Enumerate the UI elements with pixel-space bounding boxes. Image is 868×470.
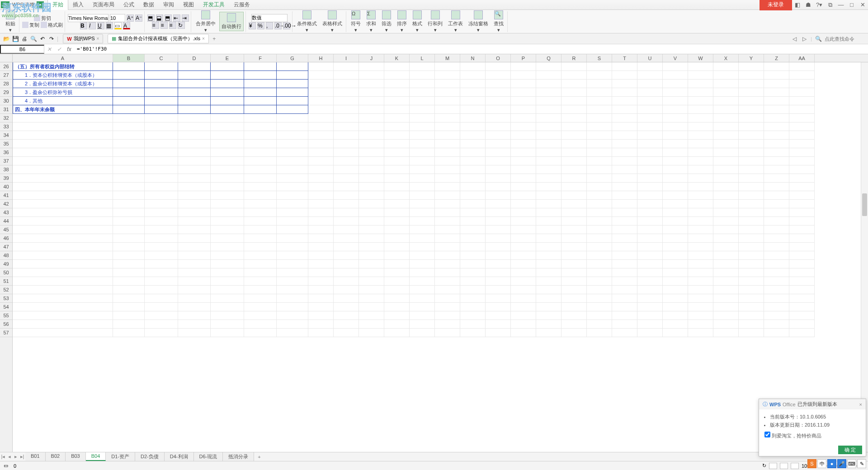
col-header-A[interactable]: A (13, 54, 113, 62)
sheet-tab-B01[interactable]: B01 (25, 452, 46, 461)
cell-R31[interactable] (561, 105, 587, 114)
cell-S54[interactable] (587, 303, 612, 311)
cell-F55[interactable] (244, 311, 277, 320)
cell-G26[interactable] (277, 62, 308, 71)
cell-J50[interactable] (359, 268, 384, 277)
cell-N32[interactable] (460, 114, 486, 122)
cell-A56[interactable] (13, 320, 113, 329)
paste-button[interactable]: 粘贴▾ (4, 9, 17, 34)
cell-I56[interactable] (334, 320, 359, 329)
cell-G41[interactable] (277, 191, 308, 200)
cell-U43[interactable] (637, 208, 663, 217)
cell-V41[interactable] (663, 191, 688, 200)
cell-B40[interactable] (113, 183, 145, 191)
cell-Y48[interactable] (739, 251, 764, 260)
cell-A26[interactable]: （五）所有者权益内部结转 (13, 62, 113, 71)
cell-S30[interactable] (587, 97, 612, 105)
cell-A39[interactable] (13, 174, 113, 183)
cell-H31[interactable] (308, 105, 334, 114)
cell-S49[interactable] (587, 260, 612, 268)
cell-U39[interactable] (637, 174, 663, 183)
ribbon-tab-8[interactable]: 云服务 (229, 0, 255, 10)
row-header-47[interactable]: 47 (0, 243, 12, 251)
cell-R47[interactable] (561, 243, 587, 251)
cell-W44[interactable] (688, 217, 713, 226)
sum-button[interactable]: Σ求和▾ (364, 9, 378, 34)
cell-A31[interactable]: 四、本年年末余额 (13, 105, 113, 114)
cell-S41[interactable] (587, 191, 612, 200)
cell-I48[interactable] (334, 251, 359, 260)
cell-G31[interactable] (277, 105, 308, 114)
cell-R43[interactable] (561, 208, 587, 217)
cell-S52[interactable] (587, 286, 612, 294)
cell-F27[interactable] (244, 71, 277, 80)
cell-O36[interactable] (486, 148, 511, 157)
cell-I47[interactable] (334, 243, 359, 251)
cell-A57[interactable] (13, 329, 113, 337)
cell-D29[interactable] (178, 88, 211, 97)
cell-X27[interactable] (713, 71, 739, 80)
col-header-C[interactable]: C (145, 54, 178, 62)
cell-M26[interactable] (435, 62, 460, 71)
cell-U53[interactable] (637, 294, 663, 303)
cell-R46[interactable] (561, 234, 587, 243)
cell-F57[interactable] (244, 329, 277, 337)
row-header-39[interactable]: 39 (0, 174, 12, 183)
cell-P50[interactable] (511, 268, 536, 277)
cell-T52[interactable] (612, 286, 637, 294)
currency-icon[interactable]: ¥ (249, 22, 256, 29)
cell-X30[interactable] (713, 97, 739, 105)
cell-O35[interactable] (486, 140, 511, 148)
cell-C28[interactable] (145, 80, 178, 88)
cell-F37[interactable] (244, 157, 277, 165)
cell-J40[interactable] (359, 183, 384, 191)
cell-Q38[interactable] (536, 165, 561, 174)
cell-K42[interactable] (384, 200, 410, 208)
cell-N40[interactable] (460, 183, 486, 191)
cell-U30[interactable] (637, 97, 663, 105)
cell-E57[interactable] (211, 329, 244, 337)
cell-AA39[interactable] (789, 174, 815, 183)
cell-H56[interactable] (308, 320, 334, 329)
cell-Z45[interactable] (764, 226, 789, 234)
cell-Q29[interactable] (536, 88, 561, 97)
cell-K36[interactable] (384, 148, 410, 157)
cell-X36[interactable] (713, 148, 739, 157)
cell-Q26[interactable] (536, 62, 561, 71)
cell-K45[interactable] (384, 226, 410, 234)
help-icon[interactable]: ?▾ (814, 1, 825, 8)
cell-T36[interactable] (612, 148, 637, 157)
cell-S38[interactable] (587, 165, 612, 174)
row-header-37[interactable]: 37 (0, 157, 12, 165)
cell-H32[interactable] (308, 114, 334, 122)
cell-C38[interactable] (145, 165, 178, 174)
cell-L33[interactable] (410, 122, 435, 131)
dec-dec-icon[interactable]: .00→ (283, 22, 290, 29)
cell-G35[interactable] (277, 140, 308, 148)
cell-D45[interactable] (178, 226, 211, 234)
cell-Y33[interactable] (739, 122, 764, 131)
cell-H41[interactable] (308, 191, 334, 200)
cell-R51[interactable] (561, 277, 587, 286)
cell-T55[interactable] (612, 311, 637, 320)
cell-B34[interactable] (113, 131, 145, 140)
cell-B57[interactable] (113, 329, 145, 337)
cell-U40[interactable] (637, 183, 663, 191)
cell-L45[interactable] (410, 226, 435, 234)
cell-Z41[interactable] (764, 191, 789, 200)
sheet-tab-D6-现流[interactable]: D6-现流 (194, 452, 223, 461)
cell-D54[interactable] (178, 303, 211, 311)
cell-T31[interactable] (612, 105, 637, 114)
cell-C32[interactable] (145, 114, 178, 122)
cell-Q46[interactable] (536, 234, 561, 243)
cell-S53[interactable] (587, 294, 612, 303)
cell-A46[interactable] (13, 234, 113, 243)
cell-Q33[interactable] (536, 122, 561, 131)
cell-C40[interactable] (145, 183, 178, 191)
cell-E56[interactable] (211, 320, 244, 329)
cell-U33[interactable] (637, 122, 663, 131)
cell-B50[interactable] (113, 268, 145, 277)
cell-N52[interactable] (460, 286, 486, 294)
cell-V37[interactable] (663, 157, 688, 165)
cell-O32[interactable] (486, 114, 511, 122)
